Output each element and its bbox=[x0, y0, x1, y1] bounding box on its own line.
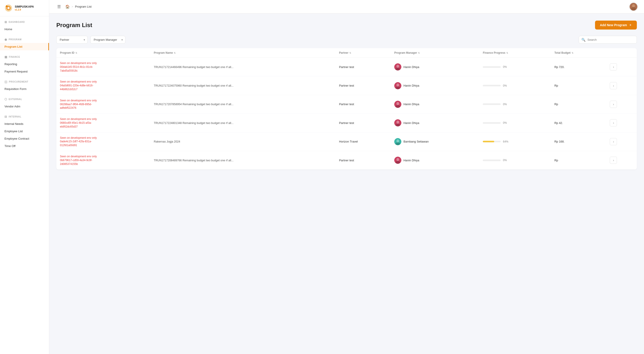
sidebar-item-payment-request[interactable]: Payment Request bbox=[0, 68, 49, 75]
sidebar-item-requisition-form[interactable]: Requisition Form bbox=[0, 85, 49, 93]
finance-section: ▦ FINANCE Reporting Payment Request bbox=[0, 51, 49, 76]
manager-avatar bbox=[394, 82, 402, 89]
app-logo-icon bbox=[4, 4, 12, 12]
hamburger-menu-button[interactable]: ☰ bbox=[56, 3, 62, 10]
cell-finance-progress: 64% bbox=[479, 132, 551, 151]
progress-cell: 0% bbox=[483, 65, 547, 69]
internal-icon: ⊟ bbox=[4, 115, 7, 118]
cell-program-name: TRUN1717208489766 Remaining budget two b… bbox=[150, 151, 336, 169]
progress-bar-bg bbox=[483, 160, 501, 161]
row-nav-button[interactable]: › bbox=[610, 119, 617, 126]
sidebar-item-employee-list[interactable]: Employee List bbox=[0, 128, 49, 135]
progress-bar-bg bbox=[483, 103, 501, 105]
program-table-card: Program ID ⇅ Program Name ⇅ bbox=[56, 48, 637, 170]
program-id-text: Seen on development env only0680cd5f-45e… bbox=[60, 117, 147, 128]
table-row: Seen on development env only0ade4c15-2df… bbox=[56, 132, 637, 151]
row-nav-button[interactable]: › bbox=[610, 157, 617, 164]
row-nav-button[interactable]: › bbox=[610, 138, 617, 145]
svg-point-6 bbox=[631, 7, 636, 11]
partner-name: Partner test bbox=[339, 103, 354, 106]
progress-bar-bg bbox=[483, 141, 501, 142]
budget-value: Rp bbox=[554, 84, 558, 87]
table-row: Seen on development env only0680cd5f-45e… bbox=[56, 114, 637, 132]
program-manager-filter[interactable]: Program Manager bbox=[90, 36, 126, 44]
cell-program-id: Seen on development env only04a0d691-220… bbox=[56, 76, 150, 95]
main-content: Program List Add New Program ＋ Partner ▾… bbox=[49, 14, 644, 354]
progress-bar-bg bbox=[483, 122, 501, 124]
program-id-text: Seen on development env only0b679617-cd5… bbox=[60, 155, 147, 166]
svg-point-17 bbox=[396, 121, 399, 124]
topbar-right bbox=[629, 3, 638, 11]
program-id-text: Seen on development env only00dab1b5-551… bbox=[60, 61, 147, 73]
svg-point-8 bbox=[396, 65, 399, 68]
sidebar-item-vendor-adm[interactable]: Vendor Adm bbox=[0, 103, 49, 110]
sort-icon-partner[interactable]: ⇅ bbox=[349, 52, 351, 54]
app-version: v1.2.9 bbox=[15, 9, 34, 11]
cell-partner: Horizon Travel bbox=[336, 132, 391, 151]
sidebar-item-reporting[interactable]: Reporting bbox=[0, 60, 49, 68]
partner-filter[interactable]: Partner bbox=[56, 36, 88, 44]
sort-icon-program-name[interactable]: ⇅ bbox=[174, 52, 176, 54]
table-row: Seen on development env only00dab1b5-551… bbox=[56, 58, 637, 76]
sidebar-item-internal-needs[interactable]: Internal Needs bbox=[0, 120, 49, 128]
sort-icon-finance-progress[interactable]: ⇅ bbox=[506, 52, 508, 54]
cell-finance-progress: 0% bbox=[479, 151, 551, 169]
manager-avatar bbox=[394, 101, 402, 108]
home-breadcrumb-icon[interactable]: 🏠 bbox=[65, 5, 70, 9]
svg-point-14 bbox=[396, 102, 399, 105]
search-input[interactable] bbox=[579, 36, 637, 44]
sort-icon-program-id[interactable]: ⇅ bbox=[75, 52, 77, 54]
sort-icon-total-budget[interactable]: ⇅ bbox=[572, 52, 573, 54]
main-wrapper: ☰ 🏠 > Program List Program List Add New … bbox=[49, 0, 644, 354]
table-row: Seen on development env only04a0d691-220… bbox=[56, 76, 637, 95]
cell-total-budget: Rp 42. bbox=[551, 114, 606, 132]
partner-name: Partner test bbox=[339, 84, 354, 87]
cell-nav: › bbox=[606, 76, 637, 95]
app-name: SIMPUSKAPA bbox=[15, 5, 34, 8]
manager-name: Hanin Dhiya bbox=[404, 65, 419, 69]
sidebar-item-time-off[interactable]: Time Off bbox=[0, 142, 49, 150]
col-finance-progress: Finance Progress ⇅ bbox=[479, 48, 551, 58]
col-total-budget: Total Budget ⇅ bbox=[551, 48, 606, 58]
cell-finance-progress: 0% bbox=[479, 114, 551, 132]
col-program-name: Program Name ⇅ bbox=[150, 48, 336, 58]
program-icon: ◉ bbox=[4, 38, 7, 41]
program-name-text: TRUN1717207858954 Remaining budget two b… bbox=[154, 103, 234, 106]
manager-name: Hanin Dhiya bbox=[404, 121, 419, 125]
cell-program-id: Seen on development env only0ade4c15-2df… bbox=[56, 132, 150, 151]
dashboard-section: ⊞ DASHBOARD Home bbox=[0, 16, 49, 34]
manager-name: Hanin Dhiya bbox=[404, 103, 419, 106]
cell-total-budget: Rp 168. bbox=[551, 132, 606, 151]
procurement-icon: ◫ bbox=[4, 80, 8, 84]
row-nav-button[interactable]: › bbox=[610, 101, 617, 108]
cell-partner: Partner test bbox=[336, 151, 391, 169]
row-nav-button[interactable]: › bbox=[610, 82, 617, 89]
sidebar-item-home[interactable]: Home bbox=[0, 26, 49, 33]
svg-point-3 bbox=[6, 5, 8, 7]
row-nav-button[interactable]: › bbox=[610, 63, 617, 71]
sidebar-item-program-list[interactable]: Program List bbox=[0, 43, 49, 50]
cell-finance-progress: 0% bbox=[479, 95, 551, 113]
external-icon: ⬡ bbox=[4, 98, 7, 101]
table-row: Seen on development env only06288aa7-9f0… bbox=[56, 95, 637, 113]
manager-cell: Hanin Dhiya bbox=[394, 63, 476, 71]
manager-name: Hanin Dhiya bbox=[404, 84, 419, 87]
cell-program-name: TRUN1717224801348 Remaining budget two b… bbox=[150, 114, 336, 132]
sort-icon-program-manager[interactable]: ⇅ bbox=[418, 52, 420, 54]
add-new-program-button[interactable]: Add New Program ＋ bbox=[595, 21, 637, 30]
partner-name: Horizon Travel bbox=[339, 140, 358, 143]
manager-avatar bbox=[394, 138, 402, 145]
cell-nav: › bbox=[606, 132, 637, 151]
avatar-image bbox=[630, 3, 637, 11]
progress-cell: 0% bbox=[483, 84, 547, 87]
breadcrumb-current: Program List bbox=[75, 5, 92, 8]
budget-value: Rp 42. bbox=[554, 121, 563, 125]
topbar: ☰ 🏠 > Program List bbox=[49, 0, 644, 14]
cell-program-manager: Hanin Dhiya bbox=[391, 151, 479, 169]
manager-avatar bbox=[394, 119, 402, 126]
partner-name: Partner test bbox=[339, 65, 354, 69]
finance-section-title: ▦ FINANCE bbox=[0, 55, 49, 60]
sidebar-item-employee-contract[interactable]: Employee Contract bbox=[0, 135, 49, 142]
cell-program-id: Seen on development env only0680cd5f-45e… bbox=[56, 114, 150, 132]
user-avatar[interactable] bbox=[629, 3, 638, 11]
